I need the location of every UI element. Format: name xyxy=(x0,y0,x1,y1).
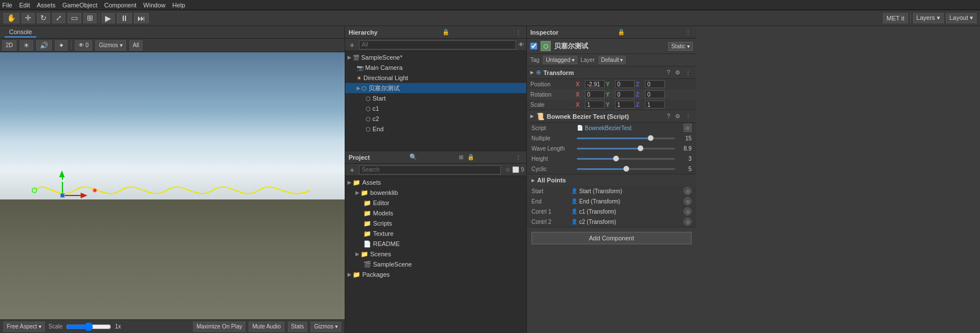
play-btn[interactable]: ▶ xyxy=(102,13,115,23)
hierarchy-item-main-camera[interactable]: 📷 Main Camera xyxy=(345,63,526,73)
height-slider[interactable] xyxy=(577,158,675,160)
contrl1-select-btn[interactable]: ◎ xyxy=(684,207,692,215)
layers-btn[interactable]: Layers ▾ xyxy=(913,13,944,23)
hand-tool[interactable]: ✋ xyxy=(3,13,19,23)
transform-overflow-btn[interactable]: ⋮ xyxy=(684,69,693,76)
contrl2-select-btn[interactable]: ◎ xyxy=(684,218,692,226)
project-item-assets[interactable]: ▶ 📁 Assets xyxy=(345,177,526,188)
wavelength-slider[interactable] xyxy=(577,148,675,149)
project-item-packages[interactable]: ▶ 📁 Packages xyxy=(345,269,526,280)
project-item-bowenklib[interactable]: ▶ 📁 bowenklib xyxy=(345,188,526,198)
gizmos-dropdown[interactable]: Gizmos ▾ xyxy=(95,40,126,51)
scale-tool[interactable]: ⤢ xyxy=(52,13,65,23)
script-overflow-btn[interactable]: ⋮ xyxy=(684,113,693,120)
scale-slider[interactable] xyxy=(66,324,111,330)
position-y[interactable] xyxy=(615,80,635,88)
inspector-lock-icon[interactable]: 🔒 xyxy=(618,29,625,35)
menu-gameobject[interactable]: GameObject xyxy=(62,2,98,9)
hierarchy-item-start[interactable]: ⬡ Start xyxy=(345,93,526,103)
hierarchy-vis-btn[interactable]: 👁 xyxy=(518,41,524,48)
all-points-header[interactable]: ▶ All Points xyxy=(527,174,696,186)
static-dropdown[interactable]: Static ▾ xyxy=(668,42,693,51)
hierarchy-item-bezier-test[interactable]: ▶ ⬡ 贝塞尔测试 xyxy=(345,83,526,93)
project-add-btn[interactable]: + xyxy=(347,165,357,174)
maximize-on-play-btn[interactable]: Maximize On Play xyxy=(193,322,246,332)
stats-btn[interactable]: Stats xyxy=(288,322,308,332)
project-search-input[interactable] xyxy=(359,165,501,174)
hierarchy-item-end[interactable]: ⬡ End xyxy=(345,124,526,134)
position-z[interactable] xyxy=(645,80,665,88)
scene-gizmos-dropdown[interactable]: Gizmos ▾ xyxy=(311,322,341,332)
transform-settings-btn[interactable]: ⚙ xyxy=(673,69,682,76)
cyclic-slider[interactable] xyxy=(577,168,675,170)
hierarchy-add-btn[interactable]: + xyxy=(347,40,357,49)
scale-z[interactable] xyxy=(645,101,665,109)
start-select-btn[interactable]: ◎ xyxy=(684,187,692,195)
menu-edit[interactable]: Edit xyxy=(19,2,30,9)
hierarchy-search-input[interactable] xyxy=(359,40,516,49)
menu-file[interactable]: File xyxy=(2,2,12,9)
mute-audio-btn[interactable]: Mute Audio xyxy=(249,322,284,332)
hierarchy-item-samplescene[interactable]: ▶ 🎬 SampleScene* xyxy=(345,52,526,63)
add-component-btn[interactable]: Add Component xyxy=(531,232,692,244)
end-select-btn[interactable]: ◎ xyxy=(684,197,692,205)
project-filter-icon3[interactable]: 9 xyxy=(521,166,524,173)
project-search-icon[interactable]: 🔍 xyxy=(409,153,417,161)
all-dropdown[interactable]: All xyxy=(129,40,143,51)
account-btn[interactable]: 贝塞尔测试 MET it xyxy=(883,13,908,23)
script-select-btn[interactable]: ◎ xyxy=(684,124,692,132)
project-item-samplescene[interactable]: 🎬 SampleScene xyxy=(345,259,526,269)
console-tab[interactable]: Console xyxy=(5,27,36,38)
nultiple-label: Nultiple xyxy=(531,135,577,141)
project-menu-icon[interactable]: ⋮ xyxy=(514,153,523,161)
aspect-dropdown[interactable]: Free Aspect ▾ xyxy=(3,322,45,332)
fx-toggle[interactable]: ✦ xyxy=(55,40,68,51)
hierarchy-menu-icon[interactable]: ⋮ xyxy=(514,28,523,36)
project-item-scripts[interactable]: 📁 Scripts xyxy=(345,218,526,228)
scale-x[interactable] xyxy=(585,101,605,109)
menu-assets[interactable]: Assets xyxy=(37,2,56,9)
hierarchy-item-c1[interactable]: ⬡ c1 xyxy=(345,103,526,114)
audio-toggle[interactable]: 🔊 xyxy=(36,40,52,51)
position-x[interactable] xyxy=(585,80,605,88)
rotation-z[interactable] xyxy=(645,90,665,98)
menu-help[interactable]: Help xyxy=(172,2,185,9)
scene-visibility-toggle[interactable]: 👁 0 xyxy=(75,40,92,51)
rotation-y[interactable] xyxy=(615,90,635,98)
nultiple-slider[interactable] xyxy=(577,138,675,139)
2d-toggle[interactable]: 2D xyxy=(2,40,16,51)
project-lock-icon[interactable]: 🔒 xyxy=(467,154,474,160)
pause-btn[interactable]: ⏸ xyxy=(117,13,132,23)
project-filter-icon2[interactable]: ⬜ xyxy=(512,166,519,173)
transform-help-btn[interactable]: ? xyxy=(665,69,672,76)
project-item-models[interactable]: 📁 Models xyxy=(345,208,526,218)
inspector-menu-icon[interactable]: ⋮ xyxy=(684,28,693,36)
menu-window[interactable]: Window xyxy=(143,2,165,9)
rotation-x[interactable] xyxy=(585,90,605,98)
menu-component[interactable]: Component xyxy=(104,2,136,9)
object-name[interactable]: 贝塞尔测试 xyxy=(554,41,665,51)
hierarchy-item-c2[interactable]: ⬡ c2 xyxy=(345,114,526,124)
project-layout-icon[interactable]: ⊞ xyxy=(457,153,465,161)
project-item-texture[interactable]: 📁 Texture xyxy=(345,228,526,239)
script-ref-value: BownekBezierTest xyxy=(585,125,631,131)
step-btn[interactable]: ⏭ xyxy=(134,13,149,23)
scale-y[interactable] xyxy=(615,101,635,109)
project-item-editor[interactable]: 📁 Editor xyxy=(345,198,526,208)
transform-tool[interactable]: ⊞ xyxy=(83,13,97,23)
object-active-checkbox[interactable] xyxy=(530,43,537,49)
script-help-btn[interactable]: ? xyxy=(665,113,672,120)
project-item-scenes[interactable]: ▶ 📁 Scenes xyxy=(345,249,526,259)
rotate-tool[interactable]: ↻ xyxy=(37,13,50,23)
script-settings-btn[interactable]: ⚙ xyxy=(673,113,682,120)
rect-tool[interactable]: ▭ xyxy=(68,13,81,23)
project-filter-icon1[interactable]: ☆ xyxy=(505,166,510,173)
layer-dropdown[interactable]: Default ▾ xyxy=(598,56,626,64)
lighting-toggle[interactable]: ☀ xyxy=(20,40,33,51)
layout-btn[interactable]: Layout ▾ xyxy=(946,13,977,23)
move-tool[interactable]: ✛ xyxy=(22,13,35,23)
tag-dropdown[interactable]: Untagged ▾ xyxy=(543,56,577,64)
hierarchy-item-directional-light[interactable]: ☀ Directional Light xyxy=(345,73,526,83)
hierarchy-lock-icon[interactable]: 🔒 xyxy=(442,29,449,35)
project-item-readme[interactable]: 📄 README xyxy=(345,239,526,249)
